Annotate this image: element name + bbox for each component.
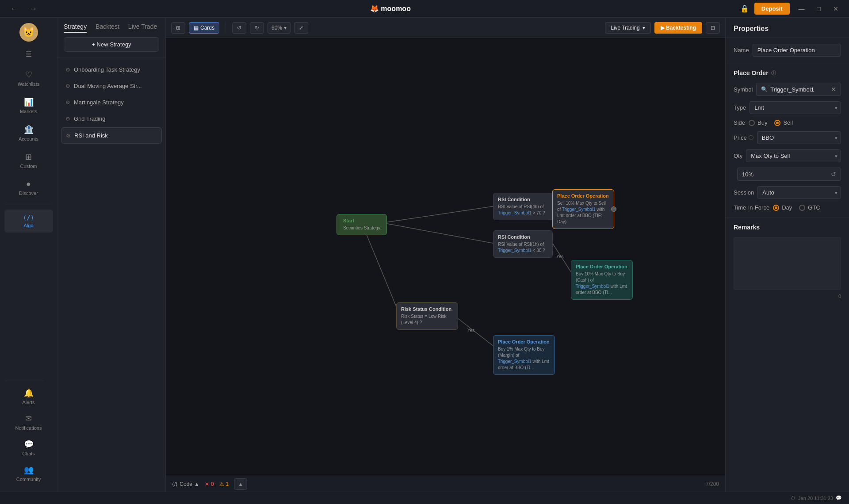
strategy-item-martingale[interactable]: ⚙ Martingale Strategy [61,95,162,110]
properties-name-section: Name [726,38,849,63]
backtesting-button[interactable]: ▶ Backtesting [654,22,702,34]
minimize-button[interactable]: — [795,4,808,14]
sidebar-item-discover[interactable]: ● Discover [4,175,53,200]
price-select[interactable]: BBO Last Ask Bid [757,131,841,144]
deposit-button[interactable]: Deposit [754,3,790,15]
node-risk-condition[interactable]: Risk Status Condition Risk Status = Low … [396,302,458,330]
side-buy-radio[interactable]: Buy [749,119,767,126]
name-label: Name [734,47,749,53]
sidebar-item-custom[interactable]: ⊞ Custom [4,148,53,173]
type-select[interactable]: Lmt Mkt Stop [750,101,841,114]
symbol-label: Symbol [734,86,753,93]
price-info-icon[interactable]: ⓘ [749,134,753,141]
cards-label: Cards [200,25,214,31]
type-label: Type [734,104,746,111]
collapse-sidebar-button[interactable]: ☰ [22,47,36,61]
strategy-name-rsi-risk: RSI and Risk [74,132,108,139]
chat-icon: 💬 [836,495,842,501]
grid-icon: ⊞ [176,25,180,31]
sidebar-item-notifications[interactable]: ✉ Notifications [4,409,53,435]
tif-day-radio[interactable]: Day [773,204,792,211]
strategy-icon-onboarding: ⚙ [65,67,70,73]
sidebar-item-alerts[interactable]: 🔔 Alerts [4,384,53,409]
sell-label: Sell [783,119,793,126]
side-sell-radio[interactable]: Sell [774,119,793,126]
qty-select[interactable]: Max Qty to Sell Max Qty to Buy Fixed Qty [746,149,841,162]
undo-button[interactable]: ↺ [232,22,246,34]
forward-button[interactable]: → [27,3,41,15]
remarks-section: Remarks 0 [726,218,849,492]
node-place-order-2[interactable]: Place Order Operation Buy 10% Max Qty to… [571,260,633,300]
sidebar: 😺 ☰ ♡ Watchlists 📊 Markets 🏦 Accounts ⊞ … [0,18,57,492]
zoom-control[interactable]: 60% ▾ [268,22,291,34]
sidebar-item-community[interactable]: 👥 Community [4,461,53,486]
node-place-order-3[interactable]: Place Order Operation Buy 1% Max Qty to … [493,335,555,375]
qty-percent-input[interactable] [742,171,831,178]
strategy-name-dual-ma: Dual Moving Average Str... [74,83,142,89]
accounts-icon: 🏦 [24,125,34,134]
expand-footer-button[interactable]: ▲ [234,478,247,490]
statusbar: ⏱ Jan 20 11:31:23 💬 [0,492,849,504]
symbol-clear-button[interactable]: ✕ [831,86,836,93]
chats-label: Chats [22,451,35,456]
community-label: Community [16,477,41,482]
sidebar-item-algo[interactable]: ⟨/⟩ Algo [4,210,53,233]
code-button[interactable]: ⟨/⟩ Code ▲ [172,481,199,487]
strategy-item-onboarding[interactable]: ⚙ Onboarding Task Strategy [61,62,162,77]
node-connector [611,206,616,212]
close-button[interactable]: ✕ [830,4,842,14]
back-button[interactable]: ← [7,3,21,15]
canvas-content[interactable]: Yes Yes Yes Start Securities Strategy RS… [166,38,725,476]
sidebar-item-markets[interactable]: 📊 Markets [4,93,53,118]
toolbar-separator-1 [226,23,226,33]
cards-icon: ▤ [194,25,199,31]
statusbar-right: ⏱ Jan 20 11:31:23 💬 [791,495,842,501]
fullscreen-button[interactable]: ⤢ [294,22,308,34]
place-order-info-icon[interactable]: ⓘ [771,70,776,76]
symbol-input[interactable] [770,86,828,93]
properties-name-row: Name [734,44,841,57]
strategy-item-rsi-risk[interactable]: ⚙ RSI and Risk [61,127,162,144]
live-trading-button[interactable]: Live Trading ▾ [605,22,650,34]
redo-button[interactable]: ↻ [250,22,264,34]
error-icon: ✕ [205,481,209,487]
symbol-input-wrapper[interactable]: 🔍 ✕ [756,83,841,96]
type-row: Type Lmt Mkt Stop [734,101,841,114]
strategy-item-grid[interactable]: ⚙ Grid Trading [61,111,162,126]
sidebar-item-watchlists[interactable]: ♡ Watchlists [4,65,53,91]
day-label: Day [782,204,792,211]
user-avatar[interactable]: 😺 [19,23,38,42]
tab-strategy[interactable]: Strategy [64,23,87,33]
strategy-name-grid: Grid Trading [74,115,106,122]
tab-backtest[interactable]: Backtest [96,23,119,33]
qty-refresh-icon[interactable]: ↺ [831,171,836,178]
settings-button[interactable]: ⊟ [706,22,720,34]
svg-line-1 [382,223,495,244]
sidebar-item-accounts[interactable]: 🏦 Accounts [4,120,53,146]
markets-label: Markets [20,109,37,114]
discover-icon: ● [26,179,31,189]
tab-live-trade[interactable]: Live Trade [128,23,157,33]
remarks-textarea[interactable] [734,237,841,290]
search-icon: 🔍 [761,86,768,92]
grid-view-button[interactable]: ⊞ [171,22,185,34]
qty-percent-input-wrapper: ↺ [737,168,841,181]
markets-icon: 📊 [24,97,34,107]
node-rsi-condition-2[interactable]: RSI Condition RSI Value of RSI(1h) of Tr… [493,230,553,258]
maximize-button[interactable]: □ [814,4,824,14]
cards-view-button[interactable]: ▤ Cards [189,22,219,34]
strategy-item-dual-ma[interactable]: ⚙ Dual Moving Average Str... [61,78,162,94]
session-select[interactable]: Auto Regular Pre Post [757,186,841,199]
new-strategy-button[interactable]: + New Strategy [64,37,159,52]
tif-gtc-radio[interactable]: GTC [799,204,820,211]
discover-label: Discover [19,191,38,196]
canvas-area: ⊞ ▤ Cards ↺ ↻ 60% ▾ ⤢ Live Trading [166,18,725,492]
node-rsi1-body: RSI Value of RSI(4h) of Trigger_Symbol1 … [498,204,548,216]
node-start[interactable]: Start Securities Strategy [337,214,387,235]
sidebar-item-chats[interactable]: 💬 Chats [4,435,53,461]
gtc-radio-circle [799,205,805,211]
node-place-order-1[interactable]: Place Order Operation Sell 10% Max Qty t… [552,189,614,229]
name-input[interactable] [753,44,841,57]
qty-percent-row: ↺ [734,168,841,181]
node-rsi-condition-1[interactable]: RSI Condition RSI Value of RSI(4h) of Tr… [493,193,553,220]
